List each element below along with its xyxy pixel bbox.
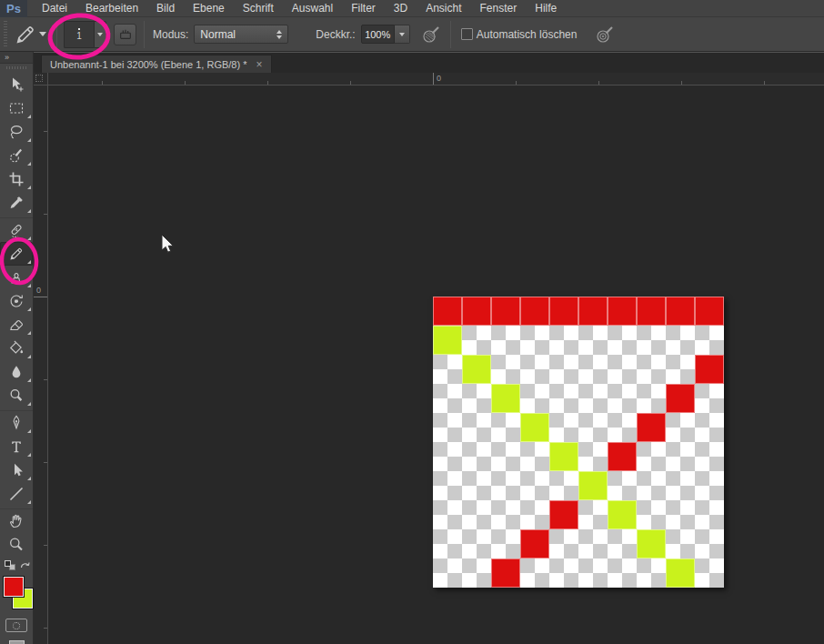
pixel-cell: [695, 355, 724, 384]
tool-history-brush[interactable]: [0, 289, 33, 313]
flyout-triangle-icon: [27, 236, 31, 240]
vertical-ruler[interactable]: 0: [34, 86, 48, 644]
menu-fenster[interactable]: Fenster: [471, 0, 527, 17]
default-colors-icon[interactable]: [5, 560, 11, 567]
foreground-color-swatch[interactable]: [4, 577, 24, 597]
flyout-triangle-icon: [27, 284, 31, 287]
separator: [144, 21, 145, 48]
flyout-triangle-icon: [27, 260, 31, 264]
ruler-origin-box[interactable]: [34, 73, 48, 86]
pixel-cell: [549, 442, 578, 471]
horizontal-ruler[interactable]: 0: [48, 73, 824, 86]
tool-spot-heal[interactable]: [0, 217, 33, 242]
menu-datei[interactable]: Datei: [33, 0, 76, 17]
pixel-cell: [520, 297, 549, 326]
tool-pencil[interactable]: [0, 242, 33, 266]
menu-bearbeiten[interactable]: Bearbeiten: [76, 0, 147, 17]
brush-tip-dot-icon: [78, 28, 80, 30]
paint-bucket-icon: [8, 340, 25, 357]
hand-icon: [8, 513, 25, 529]
menu-auswahl[interactable]: Auswahl: [283, 0, 342, 17]
toggle-brush-panel-icon: [118, 27, 133, 42]
tool-hand[interactable]: [0, 508, 33, 533]
options-bar: 1 Modus: Normal Deckkr.: 100% Automatisc…: [0, 17, 824, 52]
blur-icon: [8, 364, 25, 380]
separator: [56, 21, 57, 48]
tool-move[interactable]: [0, 73, 33, 96]
pixel-cell: [637, 297, 666, 326]
menu-schrift[interactable]: Schrift: [234, 0, 283, 17]
menu-ansicht[interactable]: Ansicht: [417, 0, 470, 17]
pixel-cell: [433, 326, 462, 355]
tool-clone-stamp[interactable]: [0, 266, 33, 289]
ruler-tick: [598, 81, 599, 85]
menu-3d[interactable]: 3D: [385, 0, 417, 17]
pixel-cell: [520, 529, 549, 558]
toolbar-collapse-button[interactable]: »: [0, 52, 33, 64]
ruler-tick: [764, 81, 765, 85]
pixel-cell: [695, 297, 724, 326]
tool-pen[interactable]: [0, 410, 33, 435]
menu-ebene[interactable]: Ebene: [184, 0, 234, 17]
menu-filter[interactable]: Filter: [342, 0, 385, 17]
close-icon[interactable]: ×: [256, 59, 262, 70]
tablet-pressure-opacity-icon: [595, 25, 615, 45]
tool-path-select[interactable]: [0, 458, 33, 482]
tool-blur[interactable]: [0, 360, 33, 384]
pen-icon: [8, 415, 25, 431]
tool-zoom[interactable]: [0, 533, 33, 557]
tool-type[interactable]: [0, 435, 33, 458]
ruler-origin-label: 0: [437, 74, 441, 83]
quick-mask-button[interactable]: [5, 619, 27, 632]
separator: [450, 21, 451, 48]
brush-preset-picker[interactable]: 1: [64, 21, 106, 48]
menu-items: DateiBearbeitenBildEbeneSchriftAuswahlFi…: [33, 0, 566, 16]
tool-line[interactable]: [0, 482, 33, 506]
brush-preset-preview[interactable]: 1: [64, 21, 94, 48]
pixel-cell: [462, 355, 491, 384]
toolbar-grip[interactable]: [6, 66, 26, 69]
swap-colors-icon[interactable]: [19, 559, 31, 571]
tool-crop[interactable]: [0, 167, 33, 191]
tool-paint-bucket[interactable]: [0, 337, 33, 360]
pixel-cell: [549, 500, 578, 529]
airbrush-icon: [421, 25, 441, 45]
menu-bild[interactable]: Bild: [147, 0, 184, 17]
tablet-pressure-opacity-button[interactable]: [595, 25, 615, 45]
ruler-tick: [44, 214, 47, 215]
ruler-tick: [681, 81, 682, 85]
pencil-icon: [8, 246, 25, 262]
document-tab[interactable]: Unbenannt-1 bei 3200% (Ebene 1, RGB/8) *…: [41, 55, 272, 73]
flyout-triangle-icon: [27, 378, 31, 382]
mini-color-controls: [0, 558, 33, 572]
auto-erase-checkbox[interactable]: [461, 28, 473, 40]
pasteboard[interactable]: [48, 86, 824, 644]
mode-select[interactable]: Normal: [194, 25, 288, 44]
tool-marquee[interactable]: [0, 96, 33, 120]
flyout-triangle-icon: [27, 138, 31, 142]
options-bar-grip[interactable]: [2, 21, 8, 48]
updown-arrows-icon: [276, 30, 282, 39]
screen-mode-button[interactable]: [5, 640, 27, 644]
opacity-dropdown-button[interactable]: [395, 25, 410, 44]
marquee-icon: [8, 100, 25, 116]
path-select-icon: [8, 462, 25, 478]
brush-preset-dropdown-button[interactable]: [94, 21, 106, 48]
pixel-cell: [491, 384, 520, 413]
flyout-triangle-icon: [27, 453, 31, 457]
toggle-brush-panel-button[interactable]: [114, 24, 136, 45]
opacity-input[interactable]: 100%: [361, 25, 395, 44]
tool-quick-select[interactable]: [0, 144, 33, 167]
tool-eyedropper[interactable]: [0, 191, 33, 215]
flyout-triangle-icon: [27, 209, 31, 213]
airbrush-toggle-button[interactable]: [421, 25, 441, 45]
tool-dodge[interactable]: [0, 384, 33, 408]
active-tool-button[interactable]: [14, 24, 37, 45]
tool-preset-caret-icon[interactable]: [39, 32, 46, 36]
tool-lasso[interactable]: [0, 120, 33, 144]
canvas[interactable]: [433, 297, 724, 588]
menu-hilfe[interactable]: Hilfe: [526, 0, 566, 17]
tool-eraser[interactable]: [0, 313, 33, 337]
pixel-cell: [608, 442, 637, 471]
pixel-cell: [666, 297, 695, 326]
